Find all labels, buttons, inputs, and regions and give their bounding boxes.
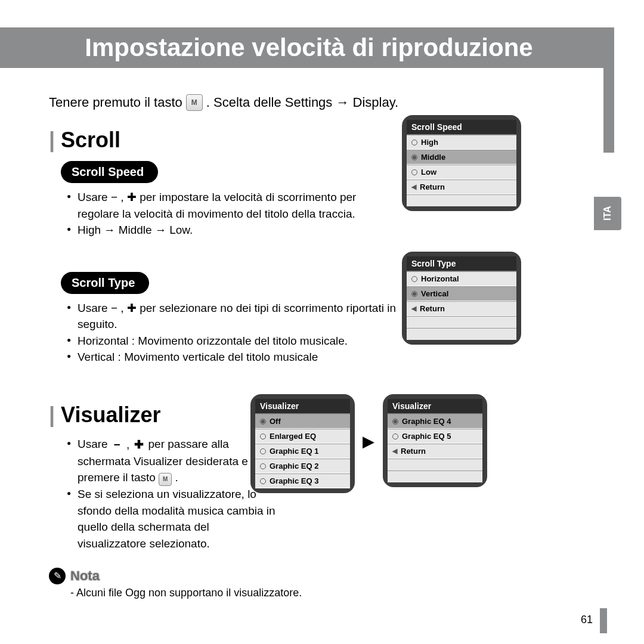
menu-scroll-speed: Scroll SpeedHighMiddleLow◀Return bbox=[402, 115, 521, 211]
page-title: Impostazione velocità di riproduzione bbox=[47, 27, 571, 68]
radio-icon bbox=[260, 448, 266, 454]
radio-icon bbox=[411, 169, 417, 175]
menu-header: Scroll Speed bbox=[407, 120, 516, 135]
menu-option-label: High bbox=[421, 138, 438, 147]
menu-return-label: Return bbox=[420, 182, 445, 191]
back-arrow-icon: ◀ bbox=[392, 447, 397, 455]
menu-option-label: Middle bbox=[421, 153, 445, 162]
menu-return[interactable]: ◀Return bbox=[407, 179, 516, 194]
radio-icon bbox=[411, 154, 417, 160]
menu-option-label: Enlarged EQ bbox=[270, 432, 316, 441]
menu-option[interactable]: Graphic EQ 1 bbox=[255, 444, 350, 459]
menu-option[interactable]: Graphic EQ 4 bbox=[388, 414, 482, 429]
radio-icon bbox=[411, 291, 417, 297]
minus-icon: − bbox=[111, 436, 123, 453]
menu-header: Visualizer bbox=[255, 399, 350, 414]
menu-return-label: Return bbox=[420, 304, 445, 313]
menu-option-label: Off bbox=[270, 417, 281, 426]
menu-option[interactable]: Middle bbox=[407, 150, 516, 165]
menu-empty-row bbox=[407, 194, 516, 206]
nota-row: ✎ Nota bbox=[49, 568, 586, 584]
menu-return[interactable]: ◀Return bbox=[407, 301, 516, 316]
back-arrow-icon: ◀ bbox=[411, 183, 416, 191]
menu-option-label: Graphic EQ 5 bbox=[402, 432, 451, 441]
menu-option[interactable]: Graphic EQ 2 bbox=[255, 459, 350, 473]
radio-icon bbox=[411, 276, 417, 282]
radio-icon bbox=[392, 419, 398, 425]
menu-empty-row bbox=[407, 328, 516, 340]
visualizer-bullets: Usare −,✚ per passare alla schermata Vis… bbox=[67, 436, 275, 552]
menu-option[interactable]: Horizontal bbox=[407, 271, 516, 286]
bullet: Usare − , ✚ per impostare la velocità di… bbox=[67, 189, 401, 222]
language-tab: ITA bbox=[594, 197, 621, 230]
menu-option[interactable]: Enlarged EQ bbox=[255, 429, 350, 444]
menu-empty-row bbox=[388, 459, 482, 470]
menu-option-label: Graphic EQ 4 bbox=[402, 417, 451, 426]
pencil-icon: ✎ bbox=[49, 568, 66, 584]
scroll-speed-bullets: Usare − , ✚ per impostare la velocità di… bbox=[67, 189, 401, 239]
back-arrow-icon: ◀ bbox=[411, 305, 416, 312]
menu-header: Visualizer bbox=[388, 399, 482, 414]
menu-scroll-type: Scroll TypeHorizontalVertical◀Return bbox=[402, 252, 521, 345]
menu-option-label: Horizontal bbox=[421, 274, 459, 283]
intro-line: Tenere premuto il tasto M . Scelta delle… bbox=[49, 94, 586, 111]
bullet: Horizontal : Movimento orizzontale del t… bbox=[67, 333, 401, 349]
menu-return-label: Return bbox=[401, 447, 426, 456]
menu-option[interactable]: Vertical bbox=[407, 286, 516, 301]
bullet: Vertical : Movimento verticale del titol… bbox=[67, 349, 401, 366]
bullet: Se si seleziona un visualizzatore, lo sf… bbox=[67, 486, 275, 552]
menu-option-label: Low bbox=[421, 168, 436, 177]
pill-scroll-speed: Scroll Speed bbox=[61, 161, 158, 183]
triangle-icon: ▶ bbox=[363, 432, 374, 451]
radio-icon bbox=[260, 434, 266, 439]
menu-option[interactable]: Graphic EQ 5 bbox=[388, 429, 482, 444]
menu-option[interactable]: Off bbox=[255, 414, 350, 429]
bullet: Usare − , ✚ per selezionare no dei tipi … bbox=[67, 300, 401, 333]
radio-icon bbox=[260, 478, 266, 484]
menu-option-label: Graphic EQ 1 bbox=[270, 447, 318, 456]
menu-option[interactable]: High bbox=[407, 135, 516, 150]
page-mark bbox=[600, 608, 607, 633]
menu-option[interactable]: Graphic EQ 3 bbox=[255, 473, 350, 488]
menu-option-label: Graphic EQ 3 bbox=[270, 476, 318, 485]
radio-icon bbox=[411, 140, 417, 145]
menu-option-label: Vertical bbox=[421, 289, 448, 298]
menu-option[interactable]: Low bbox=[407, 165, 516, 179]
menu-option-label: Graphic EQ 2 bbox=[270, 462, 318, 470]
viz-b0-a: Usare bbox=[78, 438, 111, 450]
menu-header: Scroll Type bbox=[407, 256, 516, 271]
plus-icon: ✚ bbox=[133, 436, 145, 453]
decor-right-bar bbox=[603, 27, 614, 153]
intro-after: . Scelta delle Settings → Display. bbox=[206, 95, 398, 110]
menu-empty-row bbox=[407, 316, 516, 328]
intro-before: Tenere premuto il tasto bbox=[49, 95, 182, 110]
bullet: High → Middle → Low. bbox=[67, 222, 401, 239]
menu-return[interactable]: ◀Return bbox=[388, 444, 482, 459]
m-button-icon: M bbox=[159, 473, 172, 486]
menu-visualizer-2: VisualizerGraphic EQ 4Graphic EQ 5◀Retur… bbox=[383, 394, 487, 487]
radio-icon bbox=[260, 463, 266, 469]
scroll-type-bullets: Usare − , ✚ per selezionare no dei tipi … bbox=[67, 300, 401, 366]
m-button-icon: M bbox=[186, 94, 203, 111]
radio-icon bbox=[260, 419, 266, 425]
menu-visualizer-1: VisualizerOffEnlarged EQGraphic EQ 1Grap… bbox=[250, 394, 355, 493]
page-number: 61 bbox=[581, 614, 593, 626]
menu-empty-row bbox=[388, 470, 482, 482]
pill-scroll-type: Scroll Type bbox=[61, 272, 149, 294]
nota-label: Nota bbox=[70, 568, 100, 584]
nota-text: - Alcuni file Ogg non supportano il visu… bbox=[70, 587, 586, 599]
bullet: Usare −,✚ per passare alla schermata Vis… bbox=[67, 436, 275, 487]
radio-icon bbox=[392, 434, 398, 439]
